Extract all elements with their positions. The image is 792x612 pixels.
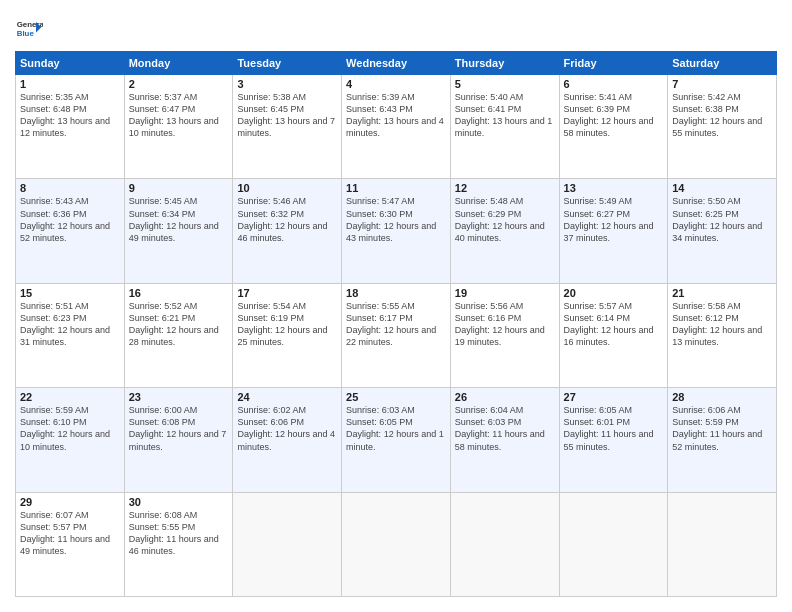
day-number: 25	[346, 391, 446, 403]
day-detail: Sunrise: 5:41 AM Sunset: 6:39 PM Dayligh…	[564, 91, 664, 140]
calendar-cell: 9 Sunrise: 5:45 AM Sunset: 6:34 PM Dayli…	[124, 179, 233, 283]
day-number: 3	[237, 78, 337, 90]
day-number: 13	[564, 182, 664, 194]
day-number: 20	[564, 287, 664, 299]
calendar-cell: 21 Sunrise: 5:58 AM Sunset: 6:12 PM Dayl…	[668, 283, 777, 387]
calendar-cell: 11 Sunrise: 5:47 AM Sunset: 6:30 PM Dayl…	[342, 179, 451, 283]
calendar-cell: 26 Sunrise: 6:04 AM Sunset: 6:03 PM Dayl…	[450, 388, 559, 492]
calendar-cell: 13 Sunrise: 5:49 AM Sunset: 6:27 PM Dayl…	[559, 179, 668, 283]
calendar-week-5: 29 Sunrise: 6:07 AM Sunset: 5:57 PM Dayl…	[16, 492, 777, 596]
day-number: 28	[672, 391, 772, 403]
calendar-week-4: 22 Sunrise: 5:59 AM Sunset: 6:10 PM Dayl…	[16, 388, 777, 492]
calendar-cell: 10 Sunrise: 5:46 AM Sunset: 6:32 PM Dayl…	[233, 179, 342, 283]
day-detail: Sunrise: 5:45 AM Sunset: 6:34 PM Dayligh…	[129, 195, 229, 244]
calendar-header-wednesday: Wednesday	[342, 52, 451, 75]
calendar-header-thursday: Thursday	[450, 52, 559, 75]
calendar-cell: 29 Sunrise: 6:07 AM Sunset: 5:57 PM Dayl…	[16, 492, 125, 596]
calendar-cell	[668, 492, 777, 596]
day-number: 1	[20, 78, 120, 90]
calendar-cell: 24 Sunrise: 6:02 AM Sunset: 6:06 PM Dayl…	[233, 388, 342, 492]
calendar-cell: 1 Sunrise: 5:35 AM Sunset: 6:48 PM Dayli…	[16, 75, 125, 179]
calendar-cell	[233, 492, 342, 596]
day-detail: Sunrise: 5:46 AM Sunset: 6:32 PM Dayligh…	[237, 195, 337, 244]
calendar-cell: 2 Sunrise: 5:37 AM Sunset: 6:47 PM Dayli…	[124, 75, 233, 179]
day-detail: Sunrise: 5:52 AM Sunset: 6:21 PM Dayligh…	[129, 300, 229, 349]
day-number: 10	[237, 182, 337, 194]
calendar-cell	[450, 492, 559, 596]
day-number: 4	[346, 78, 446, 90]
day-number: 15	[20, 287, 120, 299]
svg-text:Blue: Blue	[17, 29, 35, 38]
day-detail: Sunrise: 6:05 AM Sunset: 6:01 PM Dayligh…	[564, 404, 664, 453]
calendar-cell: 19 Sunrise: 5:56 AM Sunset: 6:16 PM Dayl…	[450, 283, 559, 387]
calendar-header-row: SundayMondayTuesdayWednesdayThursdayFrid…	[16, 52, 777, 75]
day-number: 30	[129, 496, 229, 508]
calendar-cell: 30 Sunrise: 6:08 AM Sunset: 5:55 PM Dayl…	[124, 492, 233, 596]
day-detail: Sunrise: 5:58 AM Sunset: 6:12 PM Dayligh…	[672, 300, 772, 349]
calendar-cell	[559, 492, 668, 596]
calendar-cell: 3 Sunrise: 5:38 AM Sunset: 6:45 PM Dayli…	[233, 75, 342, 179]
calendar-cell: 25 Sunrise: 6:03 AM Sunset: 6:05 PM Dayl…	[342, 388, 451, 492]
calendar-header-saturday: Saturday	[668, 52, 777, 75]
calendar-cell: 28 Sunrise: 6:06 AM Sunset: 5:59 PM Dayl…	[668, 388, 777, 492]
calendar-cell: 23 Sunrise: 6:00 AM Sunset: 6:08 PM Dayl…	[124, 388, 233, 492]
day-number: 8	[20, 182, 120, 194]
day-detail: Sunrise: 5:38 AM Sunset: 6:45 PM Dayligh…	[237, 91, 337, 140]
calendar-cell: 7 Sunrise: 5:42 AM Sunset: 6:38 PM Dayli…	[668, 75, 777, 179]
day-detail: Sunrise: 5:35 AM Sunset: 6:48 PM Dayligh…	[20, 91, 120, 140]
calendar-table: SundayMondayTuesdayWednesdayThursdayFrid…	[15, 51, 777, 597]
day-detail: Sunrise: 5:47 AM Sunset: 6:30 PM Dayligh…	[346, 195, 446, 244]
header: General Blue	[15, 15, 777, 43]
day-detail: Sunrise: 5:50 AM Sunset: 6:25 PM Dayligh…	[672, 195, 772, 244]
day-detail: Sunrise: 5:48 AM Sunset: 6:29 PM Dayligh…	[455, 195, 555, 244]
day-number: 24	[237, 391, 337, 403]
logo-icon: General Blue	[15, 15, 43, 43]
day-number: 14	[672, 182, 772, 194]
day-detail: Sunrise: 6:00 AM Sunset: 6:08 PM Dayligh…	[129, 404, 229, 453]
day-detail: Sunrise: 5:57 AM Sunset: 6:14 PM Dayligh…	[564, 300, 664, 349]
calendar-cell: 6 Sunrise: 5:41 AM Sunset: 6:39 PM Dayli…	[559, 75, 668, 179]
day-number: 7	[672, 78, 772, 90]
calendar-cell: 22 Sunrise: 5:59 AM Sunset: 6:10 PM Dayl…	[16, 388, 125, 492]
day-detail: Sunrise: 5:59 AM Sunset: 6:10 PM Dayligh…	[20, 404, 120, 453]
calendar-cell	[342, 492, 451, 596]
calendar-cell: 16 Sunrise: 5:52 AM Sunset: 6:21 PM Dayl…	[124, 283, 233, 387]
calendar-header-monday: Monday	[124, 52, 233, 75]
day-detail: Sunrise: 5:40 AM Sunset: 6:41 PM Dayligh…	[455, 91, 555, 140]
calendar-header-tuesday: Tuesday	[233, 52, 342, 75]
day-detail: Sunrise: 5:55 AM Sunset: 6:17 PM Dayligh…	[346, 300, 446, 349]
calendar-header-friday: Friday	[559, 52, 668, 75]
day-number: 12	[455, 182, 555, 194]
day-detail: Sunrise: 6:07 AM Sunset: 5:57 PM Dayligh…	[20, 509, 120, 558]
logo: General Blue	[15, 15, 43, 43]
day-detail: Sunrise: 5:42 AM Sunset: 6:38 PM Dayligh…	[672, 91, 772, 140]
day-detail: Sunrise: 5:54 AM Sunset: 6:19 PM Dayligh…	[237, 300, 337, 349]
day-number: 6	[564, 78, 664, 90]
calendar-cell: 8 Sunrise: 5:43 AM Sunset: 6:36 PM Dayli…	[16, 179, 125, 283]
day-number: 17	[237, 287, 337, 299]
day-number: 22	[20, 391, 120, 403]
calendar-cell: 14 Sunrise: 5:50 AM Sunset: 6:25 PM Dayl…	[668, 179, 777, 283]
calendar-cell: 20 Sunrise: 5:57 AM Sunset: 6:14 PM Dayl…	[559, 283, 668, 387]
day-number: 19	[455, 287, 555, 299]
day-number: 16	[129, 287, 229, 299]
calendar-week-2: 8 Sunrise: 5:43 AM Sunset: 6:36 PM Dayli…	[16, 179, 777, 283]
calendar-cell: 17 Sunrise: 5:54 AM Sunset: 6:19 PM Dayl…	[233, 283, 342, 387]
calendar-cell: 4 Sunrise: 5:39 AM Sunset: 6:43 PM Dayli…	[342, 75, 451, 179]
calendar-cell: 15 Sunrise: 5:51 AM Sunset: 6:23 PM Dayl…	[16, 283, 125, 387]
calendar-week-1: 1 Sunrise: 5:35 AM Sunset: 6:48 PM Dayli…	[16, 75, 777, 179]
calendar-cell: 12 Sunrise: 5:48 AM Sunset: 6:29 PM Dayl…	[450, 179, 559, 283]
day-detail: Sunrise: 5:51 AM Sunset: 6:23 PM Dayligh…	[20, 300, 120, 349]
day-detail: Sunrise: 5:43 AM Sunset: 6:36 PM Dayligh…	[20, 195, 120, 244]
day-number: 9	[129, 182, 229, 194]
day-detail: Sunrise: 6:06 AM Sunset: 5:59 PM Dayligh…	[672, 404, 772, 453]
day-detail: Sunrise: 5:37 AM Sunset: 6:47 PM Dayligh…	[129, 91, 229, 140]
day-number: 29	[20, 496, 120, 508]
calendar-week-3: 15 Sunrise: 5:51 AM Sunset: 6:23 PM Dayl…	[16, 283, 777, 387]
day-number: 18	[346, 287, 446, 299]
day-detail: Sunrise: 6:02 AM Sunset: 6:06 PM Dayligh…	[237, 404, 337, 453]
calendar-cell: 27 Sunrise: 6:05 AM Sunset: 6:01 PM Dayl…	[559, 388, 668, 492]
calendar-header-sunday: Sunday	[16, 52, 125, 75]
day-number: 23	[129, 391, 229, 403]
page: General Blue SundayMondayTuesdayWednesda…	[0, 0, 792, 612]
